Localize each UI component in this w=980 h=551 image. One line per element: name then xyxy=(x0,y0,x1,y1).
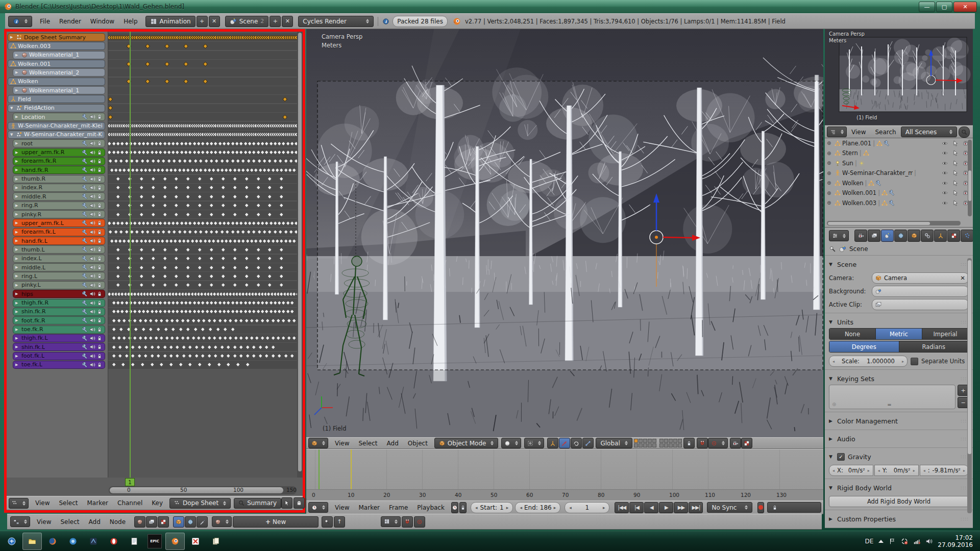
taskbar-firefox-icon[interactable] xyxy=(43,533,62,550)
dopesheet-mode-selector[interactable]: Dope Sheet xyxy=(169,498,231,509)
layer-cell[interactable] xyxy=(664,439,668,443)
pivot-point-selector[interactable] xyxy=(524,438,544,448)
channel-shin-fk-l[interactable]: ▶shin.fk.L xyxy=(13,343,105,351)
dopesheet-menu-key[interactable]: Key xyxy=(152,499,163,507)
dope-sheet-keyframe-area[interactable] xyxy=(108,32,297,478)
lock-icon[interactable] xyxy=(96,220,103,226)
channel-index-r[interactable]: ▶index.R xyxy=(13,184,105,192)
channel-ring-l[interactable]: ▶ring.L xyxy=(13,272,105,280)
speaker-icon[interactable] xyxy=(89,317,95,323)
wrench-icon[interactable] xyxy=(82,317,88,323)
wrench-icon[interactable] xyxy=(82,300,88,306)
expand-icon[interactable]: ⊕ xyxy=(827,190,833,196)
channel-dope-sheet-summary[interactable]: ▶Dope Sheet Summary xyxy=(8,33,105,41)
dope-sheet-vertical-scrollbar[interactable] xyxy=(297,32,303,478)
channel-wolken-003[interactable]: Wolken.003 xyxy=(8,42,105,50)
outliner-item-wolken-001[interactable]: ⊕Wolken.001| xyxy=(825,188,973,198)
segment-metric[interactable]: Metric xyxy=(876,329,922,339)
node-snap-target[interactable] xyxy=(414,516,425,528)
mode-selector[interactable]: Object Mode xyxy=(434,438,499,448)
expand-icon[interactable]: ⊕ xyxy=(827,151,833,156)
properties-tab-world[interactable] xyxy=(894,230,907,242)
speaker-icon[interactable] xyxy=(89,158,95,164)
expand-icon[interactable]: ⊕ xyxy=(827,170,833,176)
viewport-3d[interactable]: Camera Persp Meters (1) Field ViewSelect… xyxy=(306,29,823,449)
panel-gravity-header[interactable]: ▼✓Gravity:::: xyxy=(829,450,969,463)
clear-camera-icon[interactable]: ✕ xyxy=(960,274,965,282)
keyboard-language[interactable]: DE xyxy=(865,538,873,545)
transport-jump-start[interactable]: |◀◀ xyxy=(615,502,629,513)
channel-middle-l[interactable]: ▶middle.L xyxy=(13,263,105,271)
gravity-checkbox[interactable]: ✓ xyxy=(837,453,845,461)
layer-cell[interactable] xyxy=(648,439,652,443)
channel-ring-r[interactable]: ▶ring.R xyxy=(13,202,105,210)
volume-icon[interactable] xyxy=(925,538,933,545)
panel-scene-header[interactable]: ▼Scene:::: xyxy=(829,258,969,270)
outliner-item-w-seminar-charakter-mit-kleid[interactable]: ⊕W-Seminar-Charakter_mit-Kleid| xyxy=(825,168,973,179)
lock-icon[interactable] xyxy=(96,327,103,333)
lock-icon[interactable] xyxy=(96,246,103,253)
lock-to-scene-button[interactable] xyxy=(683,438,695,448)
layer-grid-1[interactable] xyxy=(634,439,656,447)
eye-icon[interactable] xyxy=(942,200,948,206)
camera-field[interactable]: Camera✕ xyxy=(872,272,969,284)
speaker-icon[interactable] xyxy=(89,193,95,199)
expand-icon[interactable]: ⊕ xyxy=(827,200,833,206)
channel-forearm-fk-r[interactable]: ▶forearm.fk.R xyxy=(13,157,105,165)
cursor-icon[interactable] xyxy=(952,180,959,186)
wrench-icon[interactable] xyxy=(82,185,88,191)
editor-type-outliner[interactable] xyxy=(827,127,847,137)
channel-wolken[interactable]: Wolken xyxy=(8,78,105,86)
panel-units-header[interactable]: ▼Units:::: xyxy=(829,316,969,328)
pin-icon[interactable] xyxy=(829,245,836,253)
shader-type-world-button[interactable] xyxy=(185,516,196,528)
manipulator-rotate-button[interactable] xyxy=(571,438,582,448)
outliner-item-wolken-003[interactable]: ⊕Wolken.003| xyxy=(825,198,973,208)
panel-color-management-header[interactable]: ▶Color Management:::: xyxy=(829,415,969,427)
layer-cell[interactable] xyxy=(639,439,643,443)
wrench-icon[interactable] xyxy=(82,167,88,173)
taskbar-files-icon[interactable] xyxy=(206,533,226,550)
layer-cell[interactable] xyxy=(669,443,673,447)
lock-icon[interactable] xyxy=(96,211,103,217)
wrench-icon[interactable] xyxy=(82,193,88,199)
channel-hips[interactable]: ▶hips xyxy=(13,290,105,298)
edit-cursor-button[interactable] xyxy=(281,497,292,509)
wrench-icon[interactable] xyxy=(82,229,88,235)
taskbar-epic-icon[interactable]: EPIC xyxy=(145,533,164,550)
render-opengl-anim-button[interactable] xyxy=(741,438,752,448)
lock-icon[interactable] xyxy=(96,203,103,209)
lock-frame-button[interactable] xyxy=(459,502,467,513)
layer-cell[interactable] xyxy=(643,443,647,447)
minimize-button[interactable]: — xyxy=(919,2,935,12)
lock-icon[interactable] xyxy=(96,309,103,315)
wrench-icon[interactable] xyxy=(82,203,88,209)
channel-upper-arm-fk-r[interactable]: ▶upper_arm.fk.R xyxy=(13,148,105,157)
timeline-menu-view[interactable]: View xyxy=(335,504,349,511)
eye-icon[interactable] xyxy=(942,160,948,166)
editor-type-info[interactable] xyxy=(8,16,32,27)
speaker-icon[interactable] xyxy=(89,185,95,191)
layer-cell[interactable] xyxy=(678,443,682,447)
speaker-icon[interactable] xyxy=(89,264,95,270)
wrench-icon[interactable] xyxy=(82,344,88,350)
wrench-icon[interactable] xyxy=(82,220,88,226)
node-menu-view[interactable]: View xyxy=(37,518,51,525)
outliner-item-wolken[interactable]: ⊕Wolken| xyxy=(825,178,973,188)
taskbar-opera-icon[interactable] xyxy=(104,533,124,550)
channel-toe-fk-r[interactable]: ▶toe.fk.R xyxy=(13,325,105,334)
taskbar-explorer-icon[interactable] xyxy=(22,533,42,550)
speaker-icon[interactable] xyxy=(89,238,95,244)
wrench-icon[interactable] xyxy=(82,335,88,341)
wrench-icon[interactable] xyxy=(82,158,88,164)
layer-cell[interactable] xyxy=(673,439,677,443)
wrench-icon[interactable] xyxy=(82,282,88,288)
maximize-button[interactable]: ▢ xyxy=(936,2,952,12)
node-tree-compositing-button[interactable] xyxy=(146,516,157,528)
lock-icon[interactable] xyxy=(96,291,103,297)
lock-icon[interactable] xyxy=(96,176,103,182)
viewport-menu-view[interactable]: View xyxy=(335,440,349,447)
ghost-frames-button[interactable] xyxy=(293,497,305,509)
gravity-field-0[interactable]: ◂X:0m/s²▸ xyxy=(829,465,873,476)
wrench-icon[interactable] xyxy=(82,114,88,120)
